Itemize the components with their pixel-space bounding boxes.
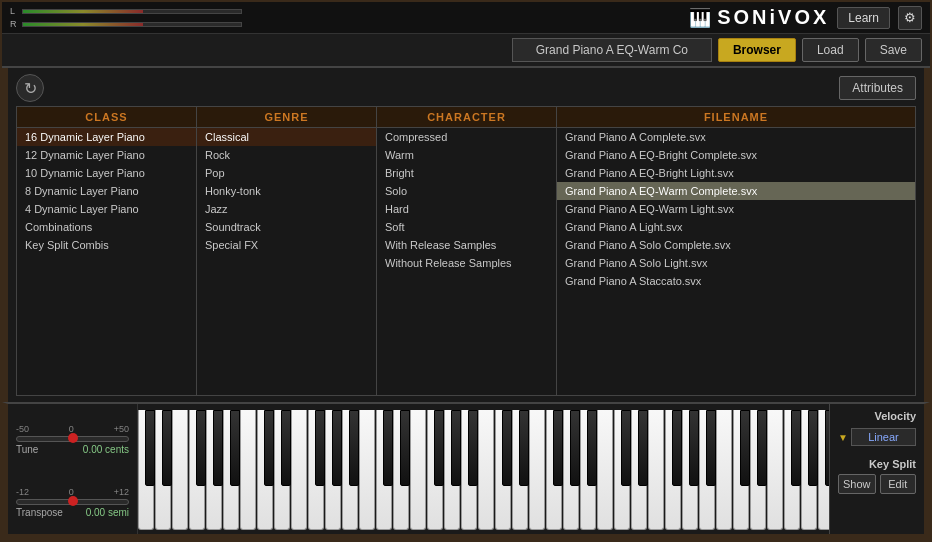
black-key[interactable]: [451, 410, 461, 486]
black-key[interactable]: [519, 410, 529, 486]
list-item[interactable]: Rock: [197, 146, 376, 164]
velocity-mode-dropdown[interactable]: Linear: [851, 428, 916, 446]
white-key[interactable]: [410, 410, 426, 530]
black-key[interactable]: [145, 410, 155, 486]
black-key[interactable]: [434, 410, 444, 486]
class-items: 16 Dynamic Layer Piano 12 Dynamic Layer …: [17, 128, 196, 395]
black-key[interactable]: [553, 410, 563, 486]
right-panel: Velocity ▼ Linear Key Split Show Edit: [829, 404, 924, 534]
genre-column: GENRE Classical Rock Pop Honky-tonk Jazz…: [197, 107, 377, 395]
list-item[interactable]: Combinations: [17, 218, 196, 236]
white-key[interactable]: [240, 410, 256, 530]
transpose-thumb[interactable]: [68, 496, 78, 506]
black-key[interactable]: [400, 410, 410, 486]
black-key[interactable]: [196, 410, 206, 486]
browser-button[interactable]: Browser: [718, 38, 796, 62]
gear-button[interactable]: ⚙: [898, 6, 922, 30]
black-key[interactable]: [791, 410, 801, 486]
black-key[interactable]: [349, 410, 359, 486]
black-key[interactable]: [638, 410, 648, 486]
velocity-title: Velocity: [838, 410, 916, 422]
black-key[interactable]: [570, 410, 580, 486]
list-item[interactable]: 10 Dynamic Layer Piano: [17, 164, 196, 182]
list-item[interactable]: Solo: [377, 182, 556, 200]
white-key[interactable]: [767, 410, 783, 530]
character-column: CHARACTER Compressed Warm Bright Solo Ha…: [377, 107, 557, 395]
black-key[interactable]: [281, 410, 291, 486]
list-item[interactable]: Compressed: [377, 128, 556, 146]
learn-button[interactable]: Learn: [837, 7, 890, 29]
attributes-button[interactable]: Attributes: [839, 76, 916, 100]
show-button[interactable]: Show: [838, 474, 876, 494]
vu-meters: L R: [10, 6, 270, 29]
black-key[interactable]: [315, 410, 325, 486]
list-item[interactable]: Classical: [197, 128, 376, 146]
list-item[interactable]: Soundtrack: [197, 218, 376, 236]
list-item[interactable]: Pop: [197, 164, 376, 182]
browser-columns: CLASS 16 Dynamic Layer Piano 12 Dynamic …: [16, 106, 916, 396]
list-item[interactable]: Hard: [377, 200, 556, 218]
black-key[interactable]: [825, 410, 829, 486]
list-item[interactable]: 4 Dynamic Layer Piano: [17, 200, 196, 218]
second-bar: Grand Piano A EQ-Warm Co Browser Load Sa…: [2, 34, 930, 68]
list-item[interactable]: 16 Dynamic Layer Piano: [17, 128, 196, 146]
tune-thumb[interactable]: [68, 433, 78, 443]
list-item[interactable]: Grand Piano A Light.svx: [557, 218, 915, 236]
list-item[interactable]: Warm: [377, 146, 556, 164]
white-key[interactable]: [716, 410, 732, 530]
list-item[interactable]: Honky-tonk: [197, 182, 376, 200]
white-key[interactable]: [478, 410, 494, 530]
genre-header: GENRE: [197, 107, 376, 128]
black-key[interactable]: [264, 410, 274, 486]
black-key[interactable]: [689, 410, 699, 486]
class-column: CLASS 16 Dynamic Layer Piano 12 Dynamic …: [17, 107, 197, 395]
list-item[interactable]: Jazz: [197, 200, 376, 218]
list-item[interactable]: Grand Piano A EQ-Bright Light.svx: [557, 164, 915, 182]
black-key[interactable]: [332, 410, 342, 486]
class-header: CLASS: [17, 107, 196, 128]
list-item[interactable]: Bright: [377, 164, 556, 182]
white-key[interactable]: [291, 410, 307, 530]
refresh-button[interactable]: ↻: [16, 74, 44, 102]
white-key[interactable]: [648, 410, 664, 530]
black-key[interactable]: [502, 410, 512, 486]
list-item[interactable]: 12 Dynamic Layer Piano: [17, 146, 196, 164]
white-key[interactable]: [529, 410, 545, 530]
list-item[interactable]: Grand Piano A Staccato.svx: [557, 272, 915, 290]
list-item[interactable]: With Release Samples: [377, 236, 556, 254]
list-item[interactable]: Grand Piano A EQ-Warm Light.svx: [557, 200, 915, 218]
black-key[interactable]: [213, 410, 223, 486]
black-key[interactable]: [808, 410, 818, 486]
list-item[interactable]: Grand Piano A EQ-Warm Complete.svx: [557, 182, 915, 200]
black-key[interactable]: [621, 410, 631, 486]
list-item[interactable]: Grand Piano A Complete.svx: [557, 128, 915, 146]
list-item[interactable]: Grand Piano A EQ-Bright Complete.svx: [557, 146, 915, 164]
list-item[interactable]: Grand Piano A Solo Complete.svx: [557, 236, 915, 254]
black-key[interactable]: [587, 410, 597, 486]
vu-bar-r: [22, 22, 242, 27]
list-item[interactable]: Soft: [377, 218, 556, 236]
black-key[interactable]: [383, 410, 393, 486]
load-button[interactable]: Load: [802, 38, 859, 62]
list-item[interactable]: Grand Piano A Solo Light.svx: [557, 254, 915, 272]
edit-button[interactable]: Edit: [880, 474, 916, 494]
black-key[interactable]: [740, 410, 750, 486]
white-key[interactable]: [172, 410, 188, 530]
black-key[interactable]: [757, 410, 767, 486]
list-item[interactable]: Without Release Samples: [377, 254, 556, 272]
black-key[interactable]: [162, 410, 172, 486]
black-key[interactable]: [468, 410, 478, 486]
key-split-title: Key Split: [838, 458, 916, 470]
list-item[interactable]: Key Split Combis: [17, 236, 196, 254]
white-key[interactable]: [359, 410, 375, 530]
black-key[interactable]: [672, 410, 682, 486]
controls-panel: -50 0 +50 Tune 0.00 cents -12 0 +: [8, 404, 138, 534]
list-item[interactable]: Special FX: [197, 236, 376, 254]
save-button[interactable]: Save: [865, 38, 922, 62]
tune-section: -50 0 +50 Tune 0.00 cents: [16, 424, 129, 455]
black-key[interactable]: [230, 410, 240, 486]
piano-keys: [138, 404, 829, 534]
black-key[interactable]: [706, 410, 716, 486]
list-item[interactable]: 8 Dynamic Layer Piano: [17, 182, 196, 200]
white-key[interactable]: [597, 410, 613, 530]
